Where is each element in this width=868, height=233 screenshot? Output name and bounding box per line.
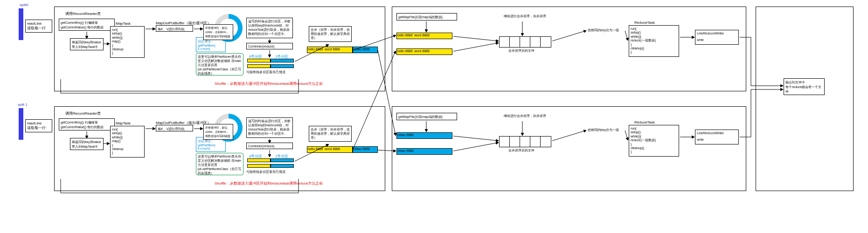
split1-label: split 1	[18, 103, 28, 107]
mapcode-1: run{ setup() while(){ map() } cleanup }	[110, 126, 145, 158]
outfile-text: 输出到文件中 每个reduce都会有一个文件	[784, 78, 825, 95]
combiner-1: Combiner(reduce)	[246, 143, 293, 149]
linewriter-1: LineRedcordWriter write	[695, 130, 739, 144]
merge-0: 合并（排序：归并排序，使用快速排序，默认按字典排序）	[309, 26, 352, 42]
cells-0	[499, 36, 551, 48]
recordreader-0: 调用RecordReader类	[65, 11, 101, 16]
merged-cyan-0: nihao 9000	[353, 47, 378, 53]
stm0: 将返回的key和value带入到MapTask中	[72, 41, 101, 48]
shuffle-0: Shuffle：从数据进入缓冲区开始到reducetask调用reduce方法之…	[215, 81, 323, 86]
merged-cyan-1: nihao 9000	[353, 146, 378, 153]
getkv-0: getCurrentKey() 行偏移量 getCurrentValue() 每…	[59, 19, 115, 31]
writepart-1: 溢写的时候会进行分区，并默认按照key的hashcode值，对reduceTas…	[246, 117, 293, 138]
groupkey-0: 把相同的key分为一组	[588, 28, 619, 33]
reducecode-1: run{ setup() while(){ reduce(一组数据) } cle…	[629, 125, 679, 157]
reducetask-0: ReduceTask	[634, 21, 655, 25]
mergesort-0: 继续进行合并排序，归并排序	[504, 14, 546, 19]
p1-bar-a	[271, 59, 294, 62]
fetch-yellow-0a: hello 8888 word 8888	[396, 33, 452, 39]
readline-t1: readLine	[27, 121, 42, 125]
cells-1	[499, 136, 551, 147]
combiner-0: Combiner(reduce)	[246, 43, 293, 49]
partition-note-0: 这里可以继承Partitioner类去自定义分区解决数据倾斜 在main方法里要…	[196, 53, 243, 75]
readline-box-1: readLine 读取每一行	[25, 119, 52, 132]
gck0: getCurrentKey() 行偏移量	[61, 21, 98, 24]
gcv0: getCurrentValue() 每行的数据	[61, 26, 104, 29]
ringbuf-text-0: 环形缓冲区，默认100M，达到80%，将数据溢出写到磁盘上	[203, 24, 233, 40]
readline-t: readLine	[27, 21, 42, 26]
split1-bar	[19, 108, 23, 140]
ringbuf-text-1: 环形缓冲区，默认100M，达到80%，将数据溢出写到磁盘上	[203, 124, 233, 140]
mergedfile-0: 合并排序后的文件	[508, 48, 535, 53]
p0-bar-a	[247, 59, 271, 62]
reducecode-0: run{ setup() while(){ reduce(一组数据) } cle…	[629, 25, 679, 57]
fetch-cyan-1b: nihao 9000	[396, 148, 452, 155]
groupkey-1: 把相同的key分为一组	[588, 128, 619, 132]
recordreader-1: 调用RecordReader类	[65, 111, 101, 116]
split0-bar	[19, 8, 23, 40]
merge-1: 合并（排序：归并排序，使用快速排序，默认按字典排序）	[309, 126, 352, 142]
readline-b1: 读取每一行	[27, 126, 46, 130]
ser0: 将K、V进行序列化	[158, 27, 185, 31]
partition-note-1: 这里可以继承Partitioner类去自定义分区解决数据倾斜 在main方法里要…	[196, 153, 243, 175]
p0-bar-b	[247, 64, 271, 68]
writepart-0: 溢写的时候会进行分区，并默认按照key的hashcode值，对reduceTas…	[246, 18, 293, 38]
p1-bar-b	[271, 64, 294, 68]
output-stage	[756, 7, 854, 191]
sendtomap-1: 将返回的key和value带入到MapTask中	[70, 138, 104, 150]
mergenote-0: 可能有很多分区看自己情况	[246, 70, 285, 75]
serialize-0: 将K、V进行序列化	[156, 25, 193, 32]
mergesort-1: 继续进行合并排序，归并排序	[504, 114, 546, 118]
reducetask-1: ReduceTask	[634, 120, 655, 124]
maptask-1: MapTask	[116, 121, 131, 125]
linewriter-0: LineRedcordWriter write	[695, 30, 739, 45]
maptask-0: MapTask	[116, 21, 131, 26]
merged-yellow-0: hello 8888 word 8888	[307, 47, 353, 53]
readline-box-0: readLine 读取每一行	[25, 20, 52, 33]
serialize-1: 将K、V进行序列化	[156, 125, 193, 131]
fetch-yellow-0b: hello 8888 word 8888	[396, 48, 452, 55]
getmapfile-0: getMapFile(拉取map端的数据)	[396, 13, 457, 21]
readline-b: 读取每一行	[27, 26, 46, 30]
sendtomap-0: 将返回的key和value带入到MapTask中	[70, 38, 104, 50]
fetch-cyan-1a: nihao 9000	[396, 132, 452, 139]
merged-yellow-1: hello 8888 word 8888	[307, 146, 353, 153]
mapcode-0: run{ setup() while(){ map() } cleanup }	[110, 26, 145, 58]
shuffle-1: Shuffle：从数据进入缓冲区开始到reducetask调用reduce方法之…	[215, 181, 323, 186]
mergedfile-1: 合并排序后的文件	[508, 148, 535, 153]
getmapfile-1: getMapFile(拉取map端的数据)	[396, 113, 457, 120]
getkv-1: getCurrentKey() 行偏移量 getCurrentValue() 每…	[59, 118, 115, 130]
split0-label: split0	[20, 3, 28, 7]
